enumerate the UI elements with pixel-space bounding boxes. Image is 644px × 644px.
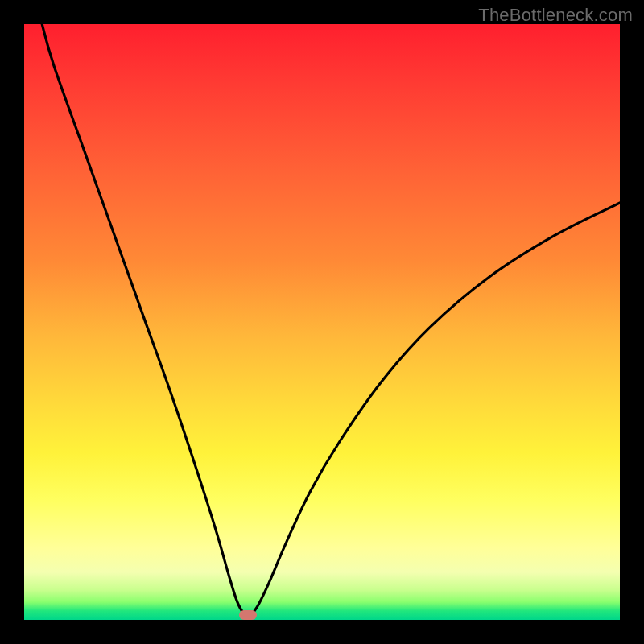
bottleneck-curve — [24, 24, 620, 620]
chart-frame: TheBottleneck.com — [0, 0, 644, 644]
minimum-marker — [239, 610, 257, 620]
plot-area — [24, 24, 620, 620]
watermark-text: TheBottleneck.com — [478, 5, 633, 26]
